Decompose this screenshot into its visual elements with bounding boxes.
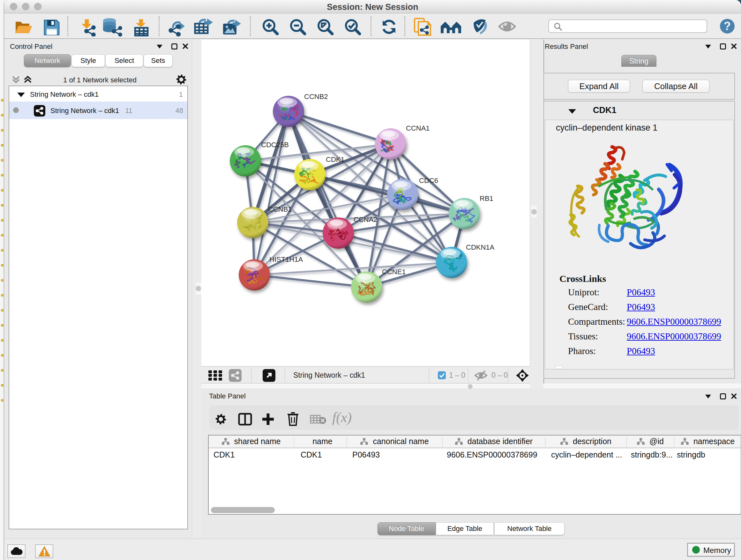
svg-text:CDC6: CDC6 [419,177,438,185]
svg-text:CCNA1: CCNA1 [406,124,430,132]
svg-text:CDK1: CDK1 [326,155,345,164]
svg-text:CCNB2: CCNB2 [304,92,328,101]
svg-text:CCNB1: CCNB1 [268,205,292,213]
svg-text:RB1: RB1 [480,194,493,202]
svg-text:HIST1H1A: HIST1H1A [269,255,303,263]
svg-text:CDKN1A: CDKN1A [466,243,495,251]
svg-text:CCNA2: CCNA2 [354,215,378,224]
svg-text:CCNE1: CCNE1 [382,268,406,276]
svg-text:CDC25B: CDC25B [261,141,289,149]
